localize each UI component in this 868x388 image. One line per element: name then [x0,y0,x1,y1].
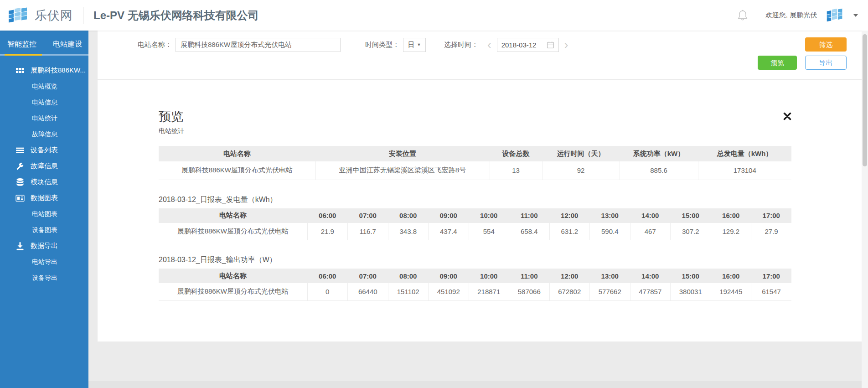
sidebar-item-data-charts[interactable]: 数据图表 [0,190,88,206]
sidebar-tabs: 智能监控 电站建设 [0,31,88,54]
select-time-label: 选择时间： [444,41,478,49]
energy-report-table: 电站名称 06:0007:00 08:0009:00 10:0011:00 12… [159,208,791,241]
sidebar-item-device-list[interactable]: 设备列表 [0,142,88,158]
table-row: 展鹏科技886KW屋顶分布式光伏电站 21.9116.7 343.8437.4 … [159,223,791,240]
table-header-row: 电站名称 安装位置 设备总数 运行时间（天） 系统功率（kW） 总发电量（kWh… [159,146,791,161]
sidebar: 智能监控 电站建设 展鹏科技886KW... 电站概览 电站信息 电站统计 故障… [0,31,88,388]
sidebar-item-label: 设备列表 [31,146,58,155]
time-type-label: 时间类型： [365,41,399,49]
logo-text: 乐伏网 [35,7,73,24]
energy-report-title: 2018-03-12_日报表_发电量（kWh） [159,195,791,205]
active-tab-indicator [5,54,42,56]
sidebar-item-label: 故障信息 [31,162,58,171]
header-user-area: 欢迎您, 展鹏光伏 [737,0,858,31]
sidebar-item-fault-info-station[interactable]: 故障信息 [0,126,88,142]
modules-icon [16,178,25,186]
solar-panel-icon [16,67,25,75]
lepv-logo-icon [7,5,29,26]
station-name-input[interactable] [176,38,341,52]
user-avatar[interactable] [825,7,844,24]
filter-button[interactable]: 筛选 [805,37,847,52]
close-icon[interactable] [783,112,791,120]
sidebar-item-label: 数据导出 [31,242,58,250]
next-date-icon[interactable]: › [564,39,568,51]
calendar-icon [547,41,554,49]
sidebar-menu: 展鹏科技886KW... 电站概览 电站信息 电站统计 故障信息 设备列表 故障… [0,62,88,286]
table-header-row: 电站名称 06:0007:00 08:0009:00 10:0011:00 12… [159,269,791,283]
date-picker[interactable]: 2018-03-12 [497,38,559,52]
sidebar-item-station-info[interactable]: 电站信息 [0,94,88,110]
sidebar-item-station-charts[interactable]: 电站图表 [0,206,88,222]
time-type-select[interactable]: 日 ▼ [403,38,426,52]
preview-button[interactable]: 预览 [758,56,797,70]
brand-area: 乐伏网 Le-PV 无锡乐伏网络科技有限公司 [7,0,259,31]
preview-title: 预览 [159,109,791,125]
export-button[interactable]: 导出 [805,56,847,70]
sidebar-item-label: 数据图表 [31,194,58,202]
scrollbar-thumb[interactable] [863,34,867,166]
preview-panel: 预览 电站统计 电站名称 安装位置 设备总数 运行时间（天） 系统功率（kW） … [159,79,791,301]
welcome-text: 欢迎您, 展鹏光伏 [765,11,817,20]
tab-station-construction[interactable]: 电站建设 [53,40,82,54]
station-summary-table: 电站名称 安装位置 设备总数 运行时间（天） 系统功率（kW） 总发电量（kWh… [159,146,791,180]
footer-strip [88,381,862,388]
company-title: Le-PV 无锡乐伏网络科技有限公司 [93,8,259,23]
app-header: 乐伏网 Le-PV 无锡乐伏网络科技有限公司 欢迎您, 展鹏光伏 [0,0,868,31]
notification-bell-icon[interactable] [737,9,749,22]
header-divider [83,7,83,24]
station-name-label: 电站名称： [138,41,172,49]
power-report-table: 电站名称 06:0007:00 08:0009:00 10:0011:00 12… [159,269,791,301]
power-report-title: 2018-03-12_日报表_输出功率（W） [159,255,791,265]
charts-icon [16,194,25,202]
tab-smart-monitoring[interactable]: 智能监控 [7,40,36,54]
table-header-row: 电站名称 06:0007:00 08:0009:00 10:0011:00 12… [159,208,791,223]
select-caret-icon: ▼ [417,42,421,47]
sidebar-item-device-export[interactable]: 设备导出 [0,270,88,286]
sidebar-item-fault-info[interactable]: 故障信息 [0,158,88,174]
user-menu-caret-icon[interactable] [853,14,858,17]
main-panel: 电站名称： 时间类型： 日 ▼ 选择时间： ‹ 2018-03-12 › 筛选 … [98,31,862,341]
preview-subtitle: 电站统计 [159,127,791,135]
sidebar-item-data-export[interactable]: 数据导出 [0,238,88,254]
list-icon [16,146,25,155]
sidebar-item-station-stats[interactable]: 电站统计 [0,110,88,126]
filter-bar: 电站名称： 时间类型： 日 ▼ 选择时间： ‹ 2018-03-12 › [138,37,574,52]
sidebar-item-label: 模块信息 [31,178,58,186]
sidebar-item-label: 展鹏科技886KW... [31,66,86,75]
sidebar-item-station-export[interactable]: 电站导出 [0,254,88,270]
sidebar-item-device-charts[interactable]: 设备图表 [0,222,88,238]
prev-date-icon[interactable]: ‹ [487,39,491,51]
table-row: 展鹏科技886KW屋顶分布式光伏电站 亚洲中国江苏无锡梁溪区梁溪区飞宏路8号 1… [159,161,791,180]
export-icon [16,242,25,250]
wrench-icon [16,162,25,171]
header-divider [757,6,757,25]
table-row: 展鹏科技886KW屋顶分布式光伏电站 066440 151102451092 2… [159,283,791,300]
sidebar-item-station-overview[interactable]: 电站概览 [0,78,88,94]
tab-underline [0,54,88,56]
sidebar-item-module-info[interactable]: 模块信息 [0,174,88,190]
sidebar-item-station[interactable]: 展鹏科技886KW... [0,62,88,78]
scrollbar[interactable] [862,31,868,388]
